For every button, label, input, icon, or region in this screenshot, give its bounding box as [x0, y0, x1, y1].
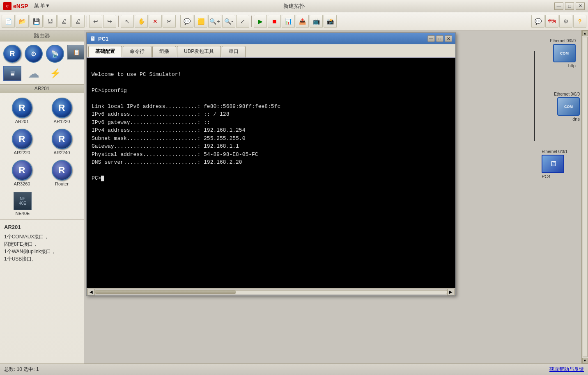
tab-udp[interactable]: UDP发包工具 [177, 46, 221, 57]
terminal-welcome: Welcome to use PC Simulator! [92, 71, 181, 78]
terminal-cursor [101, 176, 104, 181]
print2-button[interactable]: 🖨 [71, 15, 85, 28]
stats-button[interactable]: 📊 [282, 15, 295, 28]
help-button[interactable]: ? [573, 15, 586, 28]
scroll-track[interactable] [95, 290, 447, 294]
pc1-close[interactable]: ✕ [445, 35, 452, 42]
sidebar-device-router[interactable]: R Router [43, 159, 80, 188]
open-button[interactable]: 📂 [16, 15, 29, 28]
cut-button[interactable]: ✂ [163, 15, 176, 28]
sidebar-desc-title: AR201 [4, 223, 80, 231]
save-button[interactable]: 🖫 [44, 15, 57, 28]
save-as-button[interactable]: 💾 [30, 15, 43, 28]
select-button[interactable]: ↖ [121, 15, 134, 28]
pc4-icon-glyph: 🖥 [549, 160, 557, 168]
dns-icon-wrapper: COM [557, 97, 580, 116]
ar1220-label: AR1220 [54, 119, 70, 124]
export-button[interactable]: 📤 [296, 15, 309, 28]
scroll-thumb[interactable] [95, 290, 236, 294]
sidebar-item-wireless[interactable]: 📡 [45, 44, 65, 64]
sep3 [178, 16, 178, 27]
start-button[interactable]: ▶ [254, 15, 267, 28]
sidebar-device-ar2220[interactable]: R AR2220 [3, 128, 41, 156]
sidebar-device-ar201[interactable]: R AR201 [3, 96, 41, 125]
undo-button[interactable]: ↩ [89, 15, 102, 28]
http-badge: COM [560, 51, 569, 55]
settings-button[interactable]: ⚙ [559, 15, 572, 28]
stop-button[interactable]: ⏹ [268, 15, 281, 28]
device-dns[interactable]: Ethernet 0/0/0 COM dns [554, 92, 580, 121]
sep2 [118, 16, 119, 27]
ar2220-label: AR2220 [14, 150, 30, 155]
device-http[interactable]: Ethernet 0/0/0 COM http [550, 39, 576, 68]
sidebar-devices-grid: R AR201 R AR1220 R AR2220 R AR2240 R AR3… [0, 93, 84, 191]
minimize-button[interactable]: — [554, 2, 563, 10]
scroll-right[interactable]: ▶ [447, 289, 455, 295]
maximize-button[interactable]: □ [565, 2, 574, 10]
sidebar-top-grid: R ⚙ 📡 📋 🖥 ☁ ⚡ [0, 41, 84, 84]
http-device-label: http [568, 63, 576, 68]
fit-button[interactable]: ⤢ [236, 15, 249, 28]
print-button[interactable]: 🖨 [57, 15, 71, 28]
tab-basic[interactable]: 基础配置 [88, 46, 122, 57]
device-pc4[interactable]: Ethernet 0/0/1 🖥 PC4 [542, 149, 567, 179]
pc1-maximize[interactable]: □ [436, 35, 443, 42]
window-title: 新建拓扑 [283, 2, 305, 10]
sidebar-item-firewall[interactable]: 📋 [67, 44, 84, 64]
hand-button[interactable]: ✋ [135, 15, 148, 28]
sidebar-item-cloud[interactable]: ☁ [24, 65, 44, 82]
delete-button[interactable]: ✕ [149, 15, 162, 28]
logo-icon: e [3, 2, 11, 10]
pc4-device-label: PC4 [542, 174, 550, 179]
ne40e-section: NE40E NE40E [0, 191, 84, 220]
main-layout: 路由器 R ⚙ 📡 📋 🖥 ☁ ⚡ [0, 30, 588, 364]
scroll-up[interactable]: ▲ [582, 30, 588, 36]
sidebar-header: 路由器 [0, 30, 84, 41]
pc1-scrollbar[interactable]: ◀ ▶ [87, 288, 455, 295]
menu-button[interactable]: 菜 单▼ [31, 2, 53, 10]
pc1-minimize[interactable]: — [427, 35, 435, 42]
sidebar-device-ar2240[interactable]: R AR2240 [43, 128, 80, 156]
sep4 [251, 16, 252, 27]
right-scrollbar[interactable]: ▲ ▼ [581, 30, 588, 364]
ne40e-icon: NE40E [14, 192, 32, 210]
tab-cmd[interactable]: 命令行 [123, 46, 152, 57]
sidebar-device-ar1220[interactable]: R AR1220 [43, 96, 80, 125]
sidebar-item-pc[interactable]: 🖥 [2, 65, 22, 82]
tab-serial[interactable]: 串口 [222, 46, 246, 57]
pc1-window: 🖥 PC1 — □ ✕ 基础配置 命令行 组播 UDP发包工具 串口 Welco… [86, 32, 456, 296]
pc4-port-label: Ethernet 0/0/1 [542, 149, 567, 154]
pc1-window-icon: 🖥 [90, 35, 96, 42]
help-feedback-link[interactable]: 获取帮助与反馈 [549, 366, 584, 373]
sidebar-item-switch[interactable]: ⚙ [24, 44, 44, 64]
view-button[interactable]: 📺 [310, 15, 323, 28]
rect-button[interactable]: 🟨 [194, 15, 207, 28]
capture-button[interactable]: 📸 [324, 15, 337, 28]
zoomout-button[interactable]: 🔍- [222, 15, 235, 28]
text-button[interactable]: 💬 [180, 15, 193, 28]
chat-button[interactable]: 💬 [531, 15, 544, 28]
toolbar: 📄 📂 💾 🖫 🖨 🖨 ↩ ↪ ↖ ✋ ✕ ✂ 💬 🟨 🔍+ 🔍- ⤢ ▶ ⏹ … [0, 12, 588, 30]
firewall-icon: 📋 [67, 45, 84, 59]
scroll-down[interactable]: ▼ [582, 358, 588, 364]
terminal-prompt: PC> [92, 175, 101, 181]
huawei-button[interactable]: 华为 [545, 15, 558, 28]
sidebar-device-ne40e[interactable]: NE40E NE40E [3, 191, 42, 217]
redo-button[interactable]: ↪ [103, 15, 116, 28]
sidebar-item-power[interactable]: ⚡ [45, 65, 65, 82]
scroll-track-v [583, 37, 588, 357]
sidebar-device-ar3260[interactable]: R AR3260 [3, 159, 41, 188]
sidebar-item-router-type[interactable]: R [2, 44, 22, 64]
zoomin-button[interactable]: 🔍+ [208, 15, 221, 28]
pc1-title-left: 🖥 PC1 [90, 35, 108, 42]
terminal[interactable]: Welcome to use PC Simulator! PC>ipconfig… [87, 58, 455, 288]
dns-port-label: Ethernet 0/0/0 [554, 92, 580, 96]
tab-group[interactable]: 组播 [152, 46, 176, 57]
scroll-left[interactable]: ◀ [87, 289, 95, 295]
pc1-window-controls: — □ ✕ [427, 35, 452, 42]
ar3260-icon: R [12, 160, 32, 181]
close-button[interactable]: ✕ [576, 2, 585, 10]
new-button[interactable]: 📄 [2, 15, 15, 28]
title-bar-controls: — □ ✕ [554, 2, 585, 10]
switch-icon: ⚙ [25, 45, 43, 63]
